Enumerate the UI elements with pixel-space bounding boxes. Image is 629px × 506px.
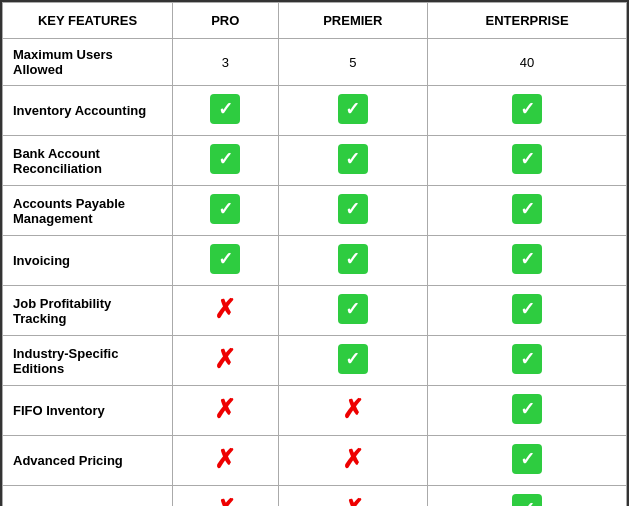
cell-premier [278, 486, 428, 507]
cross-icon [210, 294, 240, 324]
feature-label: Industry-Specific Editions [3, 336, 173, 386]
table-row: Bank Account Reconciliation [3, 136, 627, 186]
header-features: KEY FEATURES [3, 3, 173, 39]
cell-premier [278, 186, 428, 236]
table-row: Invoicing [3, 236, 627, 286]
check-icon [210, 194, 240, 224]
feature-label: Accounts Payable Management [3, 186, 173, 236]
feature-label: FIFO Inventory [3, 386, 173, 436]
check-icon [210, 244, 240, 274]
table-row: Advanced Pricing [3, 436, 627, 486]
cross-icon [210, 444, 240, 474]
check-icon [338, 194, 368, 224]
header-pro: PRO [173, 3, 279, 39]
cell-pro [173, 486, 279, 507]
cell-premier [278, 86, 428, 136]
check-icon [338, 244, 368, 274]
cross-icon [338, 444, 368, 474]
cell-pro [173, 136, 279, 186]
check-icon [512, 244, 542, 274]
cell-enterprise [428, 336, 627, 386]
feature-label: Maximum Users Allowed [3, 39, 173, 86]
cell-premier [278, 136, 428, 186]
table-row: Inventory Accounting [3, 86, 627, 136]
cell-enterprise [428, 286, 627, 336]
table-row: FIFO Inventory [3, 386, 627, 436]
check-icon [512, 444, 542, 474]
check-icon [210, 94, 240, 124]
comparison-table-wrapper: KEY FEATURES PRO PREMIER ENTERPRISE Maxi… [0, 0, 629, 506]
cell-premier [278, 236, 428, 286]
check-icon [512, 94, 542, 124]
cell-premier: 5 [278, 39, 428, 86]
cell-pro [173, 186, 279, 236]
check-icon [512, 344, 542, 374]
check-icon [338, 344, 368, 374]
cell-premier [278, 336, 428, 386]
comparison-table: KEY FEATURES PRO PREMIER ENTERPRISE Maxi… [2, 2, 627, 506]
check-icon [210, 144, 240, 174]
cross-icon [338, 394, 368, 424]
cell-enterprise [428, 86, 627, 136]
feature-label: Advanced Pricing [3, 436, 173, 486]
check-icon [512, 394, 542, 424]
cell-pro [173, 386, 279, 436]
cell-premier [278, 436, 428, 486]
cell-enterprise [428, 486, 627, 507]
table-row: Industry-Specific Editions [3, 336, 627, 386]
cell-enterprise [428, 436, 627, 486]
cross-icon [210, 494, 240, 506]
cell-premier [278, 386, 428, 436]
cell-pro [173, 286, 279, 336]
cross-icon [210, 344, 240, 374]
check-icon [338, 294, 368, 324]
check-icon [512, 194, 542, 224]
table-row: Accounts Payable Management [3, 186, 627, 236]
table-row: Job Profitability Tracking [3, 286, 627, 336]
cell-enterprise [428, 236, 627, 286]
cell-enterprise [428, 186, 627, 236]
cell-enterprise [428, 136, 627, 186]
check-icon [512, 294, 542, 324]
cell-premier [278, 286, 428, 336]
cell-enterprise [428, 386, 627, 436]
table-row: Barcode Scanning [3, 486, 627, 507]
feature-label: Barcode Scanning [3, 486, 173, 507]
feature-label: Inventory Accounting [3, 86, 173, 136]
cell-pro [173, 236, 279, 286]
cell-enterprise: 40 [428, 39, 627, 86]
check-icon [512, 494, 542, 506]
feature-label: Invoicing [3, 236, 173, 286]
check-icon [338, 94, 368, 124]
cell-pro: 3 [173, 39, 279, 86]
feature-label: Bank Account Reconciliation [3, 136, 173, 186]
table-header-row: KEY FEATURES PRO PREMIER ENTERPRISE [3, 3, 627, 39]
check-icon [338, 144, 368, 174]
header-enterprise: ENTERPRISE [428, 3, 627, 39]
cell-pro [173, 86, 279, 136]
cell-pro [173, 336, 279, 386]
cross-icon [210, 394, 240, 424]
cell-pro [173, 436, 279, 486]
table-row: Maximum Users Allowed3540 [3, 39, 627, 86]
check-icon [512, 144, 542, 174]
feature-label: Job Profitability Tracking [3, 286, 173, 336]
header-premier: PREMIER [278, 3, 428, 39]
cross-icon [338, 494, 368, 506]
